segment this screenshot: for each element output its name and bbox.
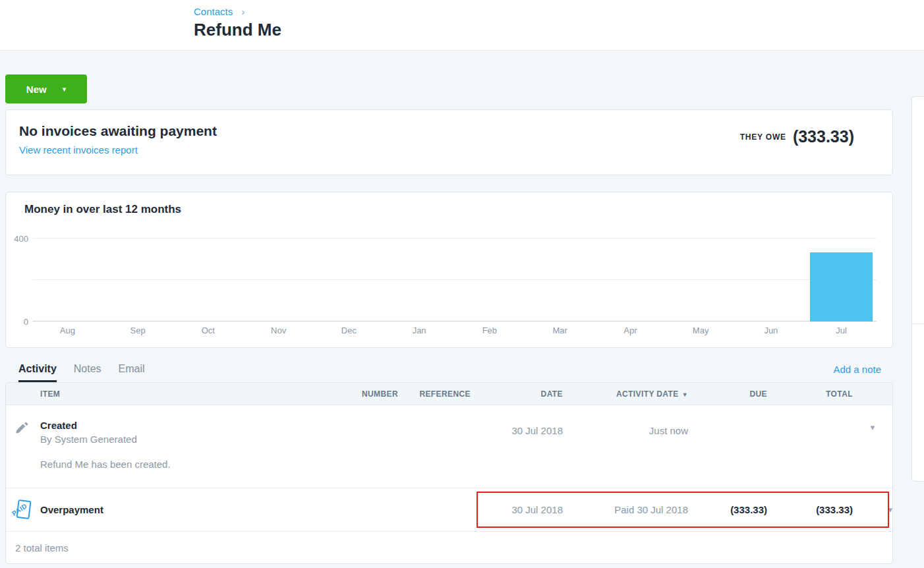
chart-plot: 4000 [32,239,877,322]
cell-activity-date: Just now [563,405,688,488]
breadcrumb-chevron-icon: › [241,7,245,17]
they-owe-label: THEY OWE [740,132,786,142]
cell-due: (333.33) [688,488,767,531]
table-footer: 2 total items [6,532,892,563]
row-expand-caret[interactable]: ▾ [853,488,892,531]
tabs-row: Activity Notes Email Add a note [5,354,893,382]
chart-slot-jan [384,239,455,322]
row-description: Refund Me has been created. [40,459,171,470]
cell-number [332,405,398,488]
chart-slot-dec [314,239,384,322]
chart-slot-feb [455,239,525,322]
chart-ytick-label: 400 [9,234,28,244]
table-row-overpayment: PAID Overpayment 30 Jul 2018 Paid 30 Jul… [6,488,892,532]
they-owe-amount: (333.33) [793,127,854,146]
money-in-chart-card: Money in over last 12 months 4000 AugSep… [5,192,893,348]
cell-total: (333.33) [767,488,853,531]
chart-xtick-label: Jul [806,326,877,335]
view-recent-invoices-link[interactable]: View recent invoices report [19,144,138,156]
cell-due [688,405,767,488]
total-items-label: 2 total items [15,542,69,554]
pencil-icon [15,420,40,488]
chart-bar-jul [810,252,873,322]
row-title: Overpayment [40,504,103,515]
column-header-actions [853,383,892,406]
chart-xtick-label: Oct [173,326,244,335]
activity-table-card: ITEM NUMBER REFERENCE DATE ACTIVITY DATE… [5,382,893,564]
chart-xtick-label: Jun [736,326,807,335]
chart-slot-aug [32,239,103,322]
chart-slot-may [666,239,736,322]
column-header-date: DATE [471,383,563,406]
tab-email[interactable]: Email [119,363,145,382]
top-header: Contacts › Refund Me [0,0,924,51]
chart-bars [32,239,877,322]
column-header-reference: REFERENCE [398,383,471,406]
row-subtitle: By System Generated [40,434,171,445]
page-title: Refund Me [194,20,281,40]
chart-slot-jul [806,239,877,322]
column-header-activity-date-label: ACTIVITY DATE [616,389,679,399]
cell-date: 30 Jul 2018 [471,488,563,531]
column-header-due: DUE [688,383,767,406]
chart-slot-sep [103,239,173,322]
chart-xtick-label: Apr [595,326,666,335]
chart-xtick-label: Aug [32,326,103,335]
row-expand-caret[interactable]: ▾ [853,405,892,488]
chart-slot-apr [595,239,666,322]
paid-icon: PAID [13,497,35,523]
column-header-number: NUMBER [332,383,398,406]
main-content: New ▾ No invoices awaiting payment View … [0,51,924,568]
new-button[interactable]: New ▾ [5,74,87,103]
caret-down-icon: ▾ [63,85,67,94]
chart-xtick-label: Jan [384,326,455,335]
chart-x-labels: AugSepOctNovDecJanFebMarAprMayJunJul [32,326,877,335]
cell-total [767,405,853,488]
column-header-item: ITEM [6,383,332,406]
chart-slot-jun [736,239,807,322]
column-header-activity-date[interactable]: ACTIVITY DATE▼ [563,383,688,406]
row-title: Created [40,420,171,431]
chart-xtick-label: Dec [314,326,384,335]
cell-date: 30 Jul 2018 [471,405,563,488]
sort-caret-icon: ▼ [682,391,688,398]
cell-reference [398,488,471,531]
tab-activity[interactable]: Activity [18,363,57,382]
they-owe-block: THEY OWE (333.33) [740,127,854,146]
cell-reference [398,405,471,488]
chart-xtick-label: Nov [243,326,314,335]
chart-xtick-label: May [666,326,736,335]
right-rail-divider [912,324,924,324]
chart-ytick-label: 0 [9,317,28,327]
cell-number [332,488,398,531]
add-a-note-link[interactable]: Add a note [833,364,881,382]
chart-xtick-label: Feb [455,326,525,335]
table-row-created: Created By System Generated Refund Me ha… [6,405,892,488]
breadcrumb-contacts-link[interactable]: Contacts [194,6,233,17]
chart-title: Money in over last 12 months [24,203,892,216]
breadcrumb: Contacts › [194,6,245,17]
chart-slot-mar [525,239,595,322]
new-button-label: New [26,84,47,95]
right-rail-card [911,96,924,482]
chart-xtick-label: Mar [525,326,595,335]
cell-activity-date: Paid 30 Jul 2018 [563,488,688,531]
column-header-total: TOTAL [767,383,853,406]
invoice-summary-card: No invoices awaiting payment View recent… [5,109,893,175]
chart-slot-oct [173,239,244,322]
tab-notes[interactable]: Notes [74,363,101,382]
chart-slot-nov [243,239,314,322]
table-header-row: ITEM NUMBER REFERENCE DATE ACTIVITY DATE… [6,383,892,405]
chart-xtick-label: Sep [103,326,173,335]
